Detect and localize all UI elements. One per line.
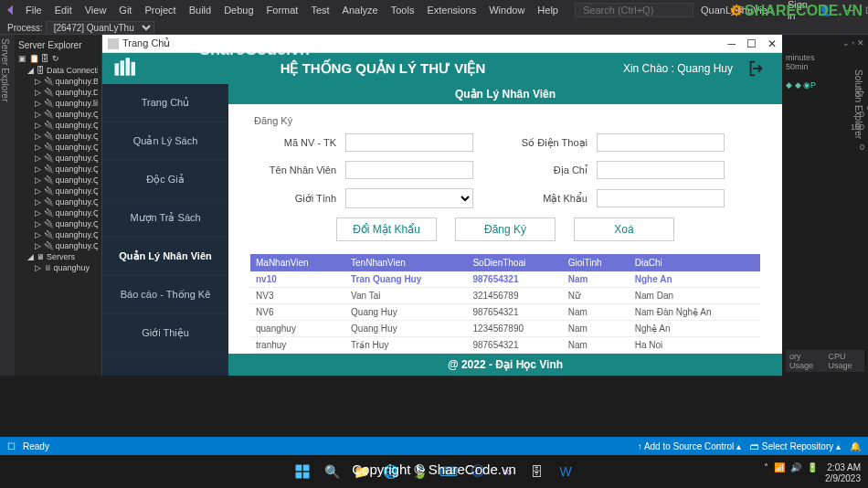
label-diachi: Địa Chỉ: [505, 164, 587, 176]
vs-process-label: Process:: [7, 23, 43, 33]
volume-icon[interactable]: 🔊: [790, 462, 801, 473]
tree-item[interactable]: ▷ 🔌quanghuy.QuanLy: [26, 240, 98, 251]
tree-item[interactable]: ▷ 🔌quanghuy.library_: [26, 98, 98, 109]
vscode-icon[interactable]: ⌨: [438, 461, 460, 483]
visualstudio-icon[interactable]: ∞: [496, 461, 518, 483]
add-source-control[interactable]: ↑ Add to Source Control ▴: [638, 441, 741, 451]
word-icon[interactable]: W: [555, 461, 577, 483]
sidebar-item-4[interactable]: Quản Lý Nhân Viên: [102, 238, 228, 276]
sidebar-item-0[interactable]: Trang Chủ: [102, 84, 228, 122]
vs-maximize-button[interactable]: ☐: [864, 5, 868, 16]
sidebar-item-6[interactable]: Giới Thiệu: [102, 314, 228, 353]
server-explorer-panel: Server Explorer ▣ 📋 🗄 ↻ ◢ 🗄 Data Connect…: [15, 35, 102, 376]
tree-root-data[interactable]: ◢ 🗄 Data Connections: [18, 65, 98, 76]
vs-signin-link[interactable]: Sign in: [788, 0, 808, 21]
tree-item[interactable]: ▷ 🔌quanghuy.DemoT: [26, 87, 98, 98]
menu-help[interactable]: Help: [532, 3, 564, 17]
tree-item[interactable]: ▷ 🔌quanghuy.QLSach: [26, 142, 98, 153]
table-header[interactable]: SoDienThoai: [467, 254, 562, 271]
coccoc-icon[interactable]: 🍃: [408, 461, 430, 483]
menu-build[interactable]: Build: [184, 3, 217, 17]
tree-item[interactable]: ▷ 🔌quanghuy.QuanLy: [26, 229, 98, 240]
input-matkhau[interactable]: [597, 189, 725, 207]
tree-item[interactable]: ▷ 🔌quanghuy.QuanLy: [26, 218, 98, 229]
menu-format[interactable]: Format: [261, 3, 304, 17]
sidebar-item-3[interactable]: Mượn Trả Sách: [102, 199, 228, 238]
tree-item[interactable]: ▷ 🔌quanghuy.Quanly: [26, 207, 98, 218]
table-header[interactable]: TenNhanVien: [345, 254, 467, 271]
sidebar-item-5[interactable]: Báo cáo - Thống Kê: [102, 276, 228, 314]
register-button[interactable]: Đăng Ký: [455, 217, 556, 241]
vs-search-input[interactable]: [575, 3, 693, 17]
menu-test[interactable]: Test: [305, 3, 334, 17]
tree-item[interactable]: ▷ 🔌quanghuy.QLThuv: [26, 175, 98, 186]
change-password-button[interactable]: Đổi Mật Khẩu: [336, 217, 437, 241]
tree-item[interactable]: ▷ 🔌quanghuy.QLThiet: [26, 153, 98, 164]
server-explorer-tab[interactable]: Server Explorer: [0, 35, 15, 376]
ready-icon: ☐: [7, 441, 16, 451]
tree-item[interactable]: ▷ 🔌quanghuy.QLDeta: [26, 120, 98, 131]
tree-item[interactable]: ▷ 🔌quanghuy.QLThuc: [26, 164, 98, 175]
label-matkhau: Mật Khẩu: [505, 193, 587, 205]
app-maximize-button[interactable]: ☐: [746, 37, 757, 50]
app-minimize-button[interactable]: ─: [727, 37, 736, 50]
svg-rect-0: [115, 63, 120, 76]
table-header[interactable]: MaNhanVien: [250, 254, 345, 271]
tree-item[interactable]: ▷ 🔌quanghuy.QLDeta: [26, 109, 98, 120]
input-tennv[interactable]: [345, 161, 473, 179]
memory-cpu-tabs[interactable]: ory UsageCPU Usage: [786, 350, 864, 372]
input-sodt[interactable]: [597, 133, 725, 152]
explorer-icon[interactable]: 📁: [350, 461, 372, 483]
notifications-icon[interactable]: 🔔: [850, 441, 861, 451]
menu-view[interactable]: View: [79, 3, 112, 17]
menu-file[interactable]: File: [20, 3, 48, 17]
tree-server-node[interactable]: ▷ 🖥quanghuy: [26, 262, 98, 273]
sidebar-item-1[interactable]: Quản Lý Sách: [102, 122, 228, 161]
menu-project[interactable]: Project: [139, 3, 181, 17]
menu-analyze[interactable]: Analyze: [337, 3, 384, 17]
menu-debug[interactable]: Debug: [218, 3, 259, 17]
table-row[interactable]: quanghuyQuang Huy1234567890NamNghệ An: [250, 321, 760, 337]
wifi-icon[interactable]: 📶: [774, 462, 785, 473]
menu-extensions[interactable]: Extensions: [421, 3, 482, 17]
tree-item[interactable]: ▷ 🔌quanghuy.QLDien: [26, 131, 98, 142]
sqlserver-icon[interactable]: 🗄: [525, 461, 547, 483]
app-close-button[interactable]: ✕: [767, 37, 777, 50]
input-diachi[interactable]: [597, 161, 725, 179]
menu-git[interactable]: Git: [113, 3, 137, 17]
sidebar-item-2[interactable]: Độc Giả: [102, 161, 228, 199]
tray-chevron-icon[interactable]: ˄: [764, 462, 768, 473]
tree-item[interactable]: ▷ 🔌quanghuy.Quanly: [26, 196, 98, 207]
menu-tools[interactable]: Tools: [386, 3, 420, 17]
select-gioitinh[interactable]: [345, 188, 473, 208]
menu-edit[interactable]: Edit: [49, 3, 78, 17]
clock-time[interactable]: 2:03 AM: [827, 462, 861, 472]
search-icon[interactable]: 🔍: [321, 461, 343, 483]
table-row[interactable]: nv10Tran Quang Huy987654321NamNghe An: [250, 271, 760, 288]
table-header[interactable]: DiaChi: [630, 254, 760, 271]
tree-item[interactable]: ▷ 🔌quanghuy.Books.c: [26, 76, 98, 87]
solution-explorer-tab[interactable]: Solution Explorer: [853, 69, 863, 139]
app-window-icon: [108, 38, 119, 49]
select-repository[interactable]: 🗃 Select Repository ▴: [750, 441, 841, 451]
input-manv[interactable]: [345, 133, 473, 152]
tree-root-servers[interactable]: ◢ 🖥 Servers: [18, 251, 98, 262]
table-row[interactable]: NV3Van Tai321456789NữNam Dan: [250, 288, 760, 304]
table-header[interactable]: GioiTinh: [563, 254, 630, 271]
start-button[interactable]: [291, 461, 313, 483]
delete-button[interactable]: Xoá: [574, 217, 674, 241]
logout-button[interactable]: [742, 57, 771, 80]
tree-item[interactable]: ▷ 🔌quanghuy.QLTuye: [26, 186, 98, 196]
vs-statusbar: ☐ Ready ↑ Add to Source Control ▴ 🗃 Sele…: [0, 437, 868, 455]
chrome-icon[interactable]: 🌐: [379, 461, 401, 483]
employee-table[interactable]: MaNhanVienTenNhanVienSoDienThoaiGioiTinh…: [250, 254, 760, 354]
battery-icon[interactable]: 🔋: [807, 462, 818, 473]
table-row[interactable]: NV6Quang Huy987654321NamNam Đàn Nghệ An: [250, 304, 760, 321]
vs-user-icon[interactable]: 👤: [819, 5, 831, 16]
vs-minimize-button[interactable]: ─: [844, 5, 855, 16]
form-legend: Đăng Ký: [254, 115, 757, 126]
menu-window[interactable]: Window: [483, 3, 530, 17]
vs-process-select[interactable]: [26472] QuanLyThu: [46, 21, 154, 35]
table-row[interactable]: tranhuyTrần Huy987654321NamHa Noi: [250, 337, 760, 354]
zalo-icon[interactable]: Ⓩ: [467, 461, 489, 483]
